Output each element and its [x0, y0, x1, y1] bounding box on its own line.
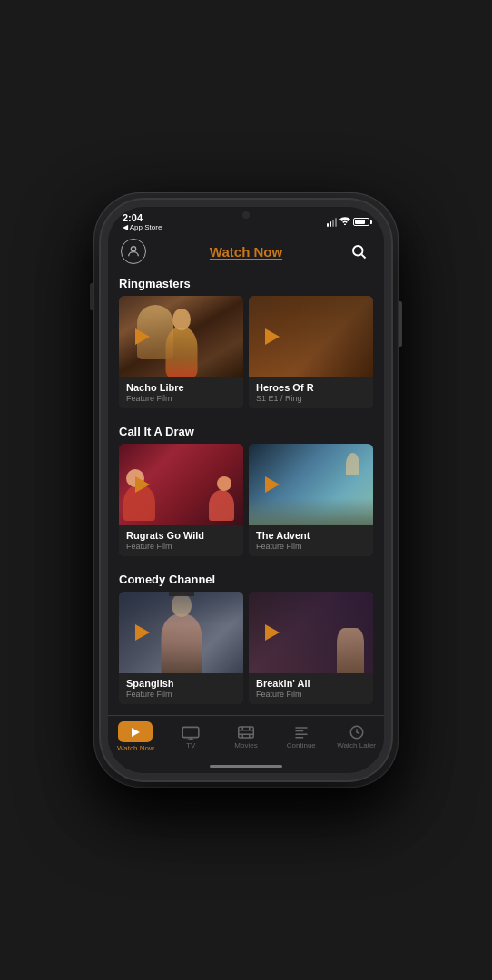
card-info-adventure: The Advent Feature Film: [249, 525, 373, 556]
play-icon: [135, 328, 150, 345]
signal-bars: [327, 218, 337, 227]
card-rugrats[interactable]: Rugrats Go Wild Feature Film: [119, 444, 243, 556]
search-button[interactable]: [346, 239, 371, 264]
card-title-heroes: Heroes Of R: [256, 382, 366, 393]
section-title-comedy: Comedy Channel: [108, 573, 384, 586]
card-nacho-libre[interactable]: Nacho Libre Feature Film: [119, 296, 243, 408]
card-info-rugrats: Rugrats Go Wild Feature Film: [119, 525, 243, 556]
thumbnail-spanglish: [119, 592, 243, 673]
tab-bar: Watch Now TV: [108, 715, 384, 761]
wifi-icon: [339, 217, 350, 227]
card-info-heroes: Heroes Of R S1 E1 / Ring: [249, 377, 373, 408]
phone-screen: 2:04 ◀ App Store: [108, 207, 384, 773]
card-subtitle-nacho: Feature Film: [126, 394, 236, 403]
tab-continue[interactable]: Continue: [273, 725, 329, 750]
play-button-spanglish[interactable]: [132, 622, 153, 643]
card-subtitle-spanglish: Feature Film: [126, 690, 236, 699]
cards-row-ringmasters: Nacho Libre Feature Film: [108, 296, 384, 408]
play-icon: [135, 624, 150, 641]
thumbnail-breakin: [249, 592, 373, 673]
home-indicator: [108, 761, 384, 773]
card-info-spanglish: Spanglish Feature Film: [119, 673, 243, 704]
section-title-call-it-a-draw: Call It A Draw: [108, 425, 384, 438]
thumbnail-rugrats: [119, 444, 243, 525]
svg-rect-3: [182, 727, 199, 737]
tab-movies[interactable]: Movies: [219, 725, 274, 750]
signal-bar-3: [332, 220, 334, 227]
thumbnail-heroes: [249, 296, 373, 377]
page-title: Watch Now: [210, 244, 282, 260]
card-subtitle-heroes: S1 E1 / Ring: [256, 394, 366, 403]
card-heroes[interactable]: Heroes Of R S1 E1 / Ring: [249, 296, 373, 408]
play-icon: [265, 624, 280, 641]
card-info-breakin: Breakin' All Feature Film: [249, 673, 373, 704]
status-left: 2:04 ◀ App Store: [123, 212, 162, 231]
play-button-nacho[interactable]: [132, 326, 153, 348]
play-button-rugrats[interactable]: [132, 474, 153, 495]
movies-icon: [236, 725, 256, 740]
phone-body: 2:04 ◀ App Store: [101, 200, 391, 780]
tab-watch-later[interactable]: Watch Later: [329, 725, 384, 750]
status-time: 2:04: [123, 212, 162, 223]
battery-fill: [355, 220, 365, 224]
play-button-adventure[interactable]: [261, 474, 283, 495]
main-content: Ringmasters: [108, 270, 384, 715]
notch: [210, 207, 282, 223]
svg-rect-6: [239, 727, 254, 738]
watch-now-icon: [125, 724, 145, 740]
watch-now-icon-wrapper: [118, 721, 153, 742]
section-call-it-a-draw: Call It A Draw: [108, 417, 384, 565]
speaker: [242, 211, 250, 219]
section-comedy-channel: Comedy Channel: [108, 565, 384, 713]
tv-icon: [181, 725, 201, 740]
play-button-heroes[interactable]: [261, 326, 283, 348]
cards-row-comedy: Spanglish Feature Film: [108, 592, 384, 704]
phone-frame: 2:04 ◀ App Store: [93, 192, 399, 788]
card-title-nacho: Nacho Libre: [126, 382, 236, 393]
signal-bar-2: [330, 221, 331, 227]
tab-watch-now[interactable]: Watch Now: [108, 721, 163, 752]
thumbnail-nacho-libre: [119, 296, 243, 377]
card-info-nacho: Nacho Libre Feature Film: [119, 377, 243, 408]
continue-icon: [291, 725, 311, 740]
watch-now-play-icon: [132, 728, 140, 737]
watch-later-icon: [347, 725, 367, 740]
tab-tv[interactable]: TV: [163, 725, 219, 750]
battery-icon: [353, 218, 369, 226]
card-adventure[interactable]: The Advent Feature Film: [249, 444, 373, 556]
status-carrier: ◀ App Store: [123, 223, 162, 231]
status-right: [327, 217, 369, 227]
cards-row-call-it-a-draw: Rugrats Go Wild Feature Film: [108, 444, 384, 556]
card-title-adventure: The Advent: [256, 530, 366, 541]
svg-point-1: [353, 246, 363, 256]
section-ringmasters: Ringmasters: [108, 270, 384, 417]
play-icon: [265, 476, 280, 493]
tab-label-tv: TV: [186, 741, 195, 750]
play-icon: [135, 476, 150, 493]
card-subtitle-breakin: Feature Film: [256, 690, 366, 699]
card-spanglish[interactable]: Spanglish Feature Film: [119, 592, 243, 704]
svg-line-2: [361, 254, 365, 258]
svg-point-0: [131, 247, 135, 251]
tab-label-movies: Movies: [234, 741, 257, 750]
card-title-breakin: Breakin' All: [256, 678, 366, 689]
home-bar: [210, 765, 282, 768]
thumbnail-adventure: [249, 444, 373, 525]
card-title-rugrats: Rugrats Go Wild: [126, 530, 236, 541]
tab-label-continue: Continue: [287, 741, 316, 750]
signal-bar-1: [327, 223, 329, 227]
tab-label-watch-later: Watch Later: [337, 741, 376, 750]
card-subtitle-adventure: Feature Film: [256, 542, 366, 551]
card-subtitle-rugrats: Feature Film: [126, 542, 236, 551]
play-button-breakin[interactable]: [261, 622, 283, 643]
tab-label-watch-now: Watch Now: [117, 744, 154, 752]
card-breakin[interactable]: Breakin' All Feature Film: [249, 592, 373, 704]
top-navigation: Watch Now: [108, 233, 384, 270]
card-title-spanglish: Spanglish: [126, 678, 236, 689]
section-title-ringmasters: Ringmasters: [108, 277, 384, 290]
signal-bar-4: [335, 218, 337, 227]
play-icon: [265, 328, 280, 345]
profile-button[interactable]: [121, 239, 146, 264]
